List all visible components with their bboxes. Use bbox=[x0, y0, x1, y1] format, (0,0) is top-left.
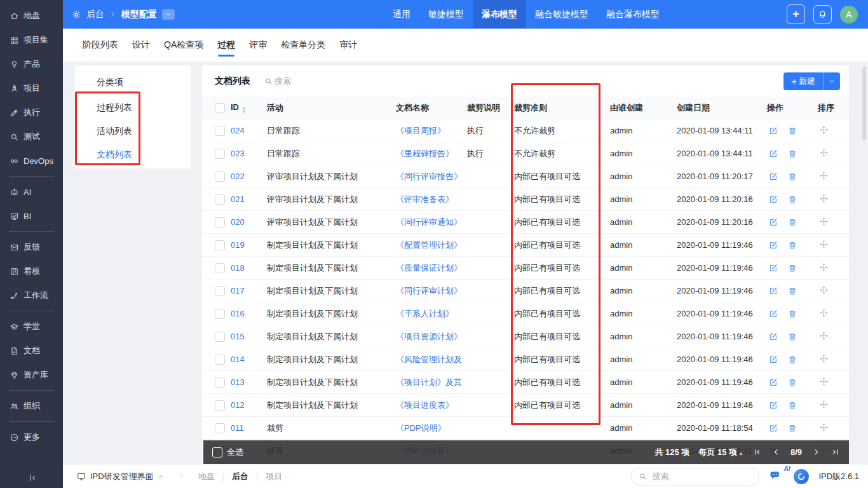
app-logo-icon[interactable] bbox=[794, 469, 809, 484]
row-doc-link[interactable]: 《项目进度表》 bbox=[396, 400, 454, 410]
row-checkbox[interactable] bbox=[202, 217, 227, 227]
row-sort-handle[interactable] bbox=[807, 354, 849, 365]
edit-icon[interactable] bbox=[768, 149, 778, 159]
trash-icon[interactable] bbox=[787, 332, 797, 342]
sidebar-item-document[interactable]: 文档 bbox=[0, 339, 63, 363]
footer-nav-project[interactable]: 项目 bbox=[266, 471, 282, 482]
row-checkbox[interactable] bbox=[202, 126, 227, 136]
sidebar-item-project-rocket[interactable]: 项目 bbox=[0, 76, 63, 100]
row-doc-link[interactable]: 《配置管理计划》 bbox=[396, 240, 462, 250]
row-doc-link[interactable]: 《风险管理计划及 bbox=[396, 355, 462, 364]
next-page-button[interactable] bbox=[811, 447, 821, 458]
row-checkbox[interactable] bbox=[202, 194, 227, 205]
breadcrumb-section[interactable]: 后台 bbox=[86, 9, 104, 20]
new-button[interactable]: + 新建 bbox=[783, 72, 840, 90]
row-id-link[interactable]: 018 bbox=[231, 263, 245, 273]
edit-icon[interactable] bbox=[768, 423, 778, 433]
row-checkbox[interactable] bbox=[202, 172, 227, 182]
sort-icon[interactable] bbox=[242, 107, 246, 113]
row-id-link[interactable]: 012 bbox=[231, 400, 245, 410]
row-sort-handle[interactable] bbox=[807, 217, 849, 228]
row-sort-handle[interactable] bbox=[807, 400, 849, 411]
row-checkbox[interactable] bbox=[202, 332, 227, 342]
row-sort-handle[interactable] bbox=[807, 285, 849, 297]
trash-icon[interactable] bbox=[787, 149, 797, 159]
row-id-link[interactable]: 024 bbox=[231, 126, 245, 135]
sidebar-collapse-button[interactable] bbox=[0, 465, 63, 488]
edit-icon[interactable] bbox=[768, 332, 778, 342]
row-checkbox[interactable] bbox=[202, 149, 227, 159]
row-checkbox[interactable] bbox=[202, 377, 227, 388]
new-button-dropdown[interactable] bbox=[823, 72, 840, 90]
row-doc-link[interactable]: 《里程碑报告》 bbox=[396, 149, 454, 158]
select-all[interactable]: 全选 bbox=[212, 447, 243, 458]
app-switcher[interactable]: IPD研发管理界面 bbox=[76, 471, 164, 482]
sidebar-item-execution[interactable]: 执行 bbox=[0, 100, 63, 125]
subtab[interactable]: 评审 bbox=[249, 29, 267, 62]
trash-icon[interactable] bbox=[787, 172, 797, 182]
footer-search-input[interactable] bbox=[651, 471, 729, 482]
row-doc-link[interactable]: 《质量保证计划》 bbox=[396, 263, 462, 273]
edit-icon[interactable] bbox=[768, 240, 778, 250]
row-id-link[interactable]: 023 bbox=[231, 149, 245, 158]
edit-icon[interactable] bbox=[768, 263, 778, 273]
trash-icon[interactable] bbox=[787, 126, 797, 136]
sidebar-item-product[interactable]: 产品 bbox=[0, 52, 63, 76]
new-button-main[interactable]: + 新建 bbox=[783, 72, 823, 90]
row-doc-link[interactable]: 《同行评审报告》 bbox=[396, 172, 462, 181]
trash-icon[interactable] bbox=[787, 286, 797, 296]
ai-assistant-button[interactable]: AI bbox=[769, 469, 782, 484]
sidebar-item-org[interactable]: 组织 bbox=[0, 394, 63, 418]
trash-icon[interactable] bbox=[787, 423, 797, 433]
row-checkbox[interactable] bbox=[202, 355, 227, 365]
notifications-button[interactable] bbox=[813, 5, 832, 24]
row-sort-handle[interactable] bbox=[807, 148, 849, 159]
subtab[interactable]: 阶段列表 bbox=[83, 29, 118, 62]
row-doc-link[interactable]: 《PDP说明》 bbox=[396, 423, 446, 433]
row-id-link[interactable]: 020 bbox=[231, 217, 245, 227]
row-checkbox[interactable] bbox=[202, 240, 227, 250]
row-id-link[interactable]: 014 bbox=[231, 355, 245, 364]
row-sort-handle[interactable] bbox=[807, 331, 849, 342]
row-id-link[interactable]: 022 bbox=[231, 172, 245, 181]
row-doc-link[interactable]: 《项目计划》及其 bbox=[396, 377, 462, 387]
last-page-button[interactable] bbox=[830, 447, 840, 458]
row-checkbox[interactable] bbox=[202, 309, 227, 319]
breadcrumb-dropdown[interactable] bbox=[162, 9, 175, 20]
subtab[interactable]: QA检查项 bbox=[164, 29, 203, 62]
trash-icon[interactable] bbox=[787, 355, 797, 365]
table-search[interactable]: 搜索 bbox=[264, 76, 291, 87]
trash-icon[interactable] bbox=[787, 240, 797, 250]
row-sort-handle[interactable] bbox=[807, 377, 849, 388]
edit-icon[interactable] bbox=[768, 355, 778, 365]
footer-nav-admin[interactable]: 后台 bbox=[232, 471, 248, 482]
sidebar-item-home[interactable]: 地盘 bbox=[0, 4, 63, 28]
top-tab[interactable]: 通用 bbox=[384, 0, 419, 29]
edit-icon[interactable] bbox=[768, 400, 778, 410]
row-checkbox[interactable] bbox=[202, 286, 227, 296]
edit-icon[interactable] bbox=[768, 286, 778, 296]
header-id[interactable]: ID bbox=[227, 102, 264, 113]
trash-icon[interactable] bbox=[787, 309, 797, 319]
row-id-link[interactable]: 019 bbox=[231, 240, 245, 250]
scrollbar-thumb[interactable] bbox=[862, 67, 866, 140]
footer-nav-home[interactable]: 地盘 bbox=[198, 471, 215, 482]
edit-icon[interactable] bbox=[768, 217, 778, 227]
category-item[interactable]: 文档列表 bbox=[97, 148, 132, 161]
row-doc-link[interactable]: 《干系人计划》 bbox=[396, 309, 454, 318]
subtab[interactable]: 设计 bbox=[132, 29, 150, 62]
trash-icon[interactable] bbox=[787, 217, 797, 227]
sidebar-item-bi[interactable]: BI bbox=[0, 204, 63, 228]
edit-icon[interactable] bbox=[768, 309, 778, 319]
sidebar-item-program-grid[interactable]: 项目集 bbox=[0, 28, 63, 52]
create-button[interactable]: + bbox=[787, 4, 805, 24]
subtab[interactable]: 检查单分类 bbox=[281, 29, 325, 62]
row-id-link[interactable]: 016 bbox=[231, 309, 245, 318]
row-sort-handle[interactable] bbox=[807, 240, 849, 251]
row-id-link[interactable]: 017 bbox=[231, 286, 245, 295]
row-doc-link[interactable]: 《同行评审通知》 bbox=[396, 217, 462, 227]
footer-search[interactable] bbox=[631, 468, 759, 485]
header-checkbox[interactable] bbox=[202, 103, 227, 113]
trash-icon[interactable] bbox=[787, 377, 797, 388]
top-tab[interactable]: 融合瀑布模型 bbox=[597, 0, 668, 29]
